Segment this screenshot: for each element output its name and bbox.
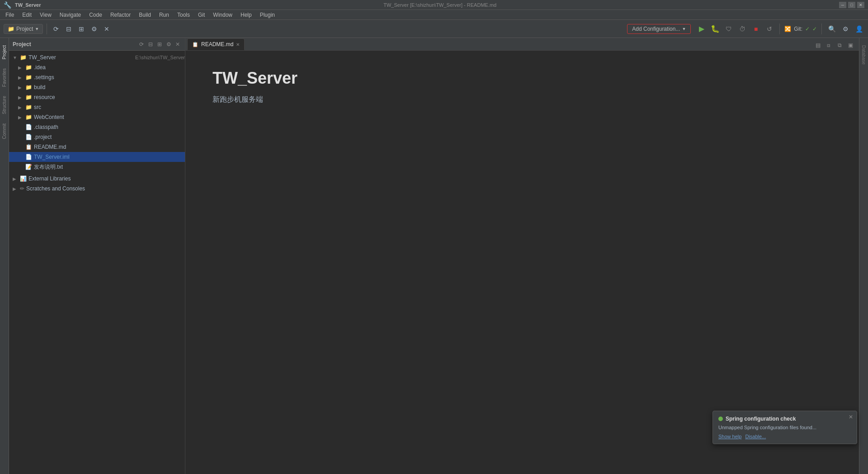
readme-label: README.md bbox=[34, 144, 185, 150]
git-checkmark-2: ✓ bbox=[812, 26, 817, 32]
tab-structure[interactable]: Structure bbox=[1, 92, 8, 118]
project-panel: Project ⟳ ⊟ ⊞ ⚙ ✕ ▼ 📁 TW_Server E:\shizh… bbox=[9, 38, 185, 474]
search-everywhere-button[interactable]: 🔍 bbox=[826, 24, 837, 34]
menu-run[interactable]: Run bbox=[156, 11, 173, 19]
collapse-all-button[interactable]: ⊟ bbox=[63, 24, 74, 34]
ext-lib-label: External Libraries bbox=[28, 175, 185, 182]
build-arrow: ▶ bbox=[18, 85, 24, 90]
profile-button[interactable]: ⏱ bbox=[737, 24, 748, 34]
panel-expand-icon[interactable]: ⊞ bbox=[156, 41, 163, 48]
spring-show-help-link[interactable]: Show help bbox=[718, 434, 741, 439]
readme-file-icon: 📋 bbox=[25, 144, 32, 150]
menu-file[interactable]: File bbox=[2, 11, 18, 19]
menu-navigate[interactable]: Navigate bbox=[56, 11, 85, 19]
src-arrow: ▶ bbox=[18, 105, 24, 110]
view-btn-4[interactable]: ▣ bbox=[845, 40, 855, 50]
tree-item-scratches[interactable]: ▶ ✏ Scratches and Consoles bbox=[9, 184, 185, 194]
panel-close-icon[interactable]: ✕ bbox=[174, 41, 181, 48]
tree-item-external-libraries[interactable]: ▶ 📊 External Libraries bbox=[9, 174, 185, 184]
run-button[interactable]: ▶ bbox=[696, 24, 707, 34]
tab-bar: 📋 README.md ✕ ▤ ⧈ ⧉ ▣ bbox=[185, 38, 859, 51]
spring-status-dot bbox=[718, 417, 723, 421]
spring-notification-title: Spring configuration check bbox=[718, 416, 851, 422]
menu-git[interactable]: Git bbox=[194, 11, 208, 19]
tree-item-settings[interactable]: ▶ 📁 .settings bbox=[9, 72, 185, 82]
panel-sync-icon[interactable]: ⟳ bbox=[138, 41, 145, 48]
right-vertical-tab-bar: Database bbox=[859, 38, 868, 474]
release-file-icon: 📝 bbox=[25, 164, 32, 170]
settings-label: .settings bbox=[34, 74, 185, 81]
panel-settings-icon[interactable]: ⚙ bbox=[165, 41, 172, 48]
settings-arrow: ▶ bbox=[18, 75, 24, 80]
idea-folder-icon: 📁 bbox=[25, 64, 32, 71]
tab-readme[interactable]: 📋 README.md ✕ bbox=[187, 38, 245, 50]
expand-all-button[interactable]: ⊞ bbox=[76, 24, 87, 34]
tree-item-readme[interactable]: ▶ 📋 README.md bbox=[9, 142, 185, 152]
tree-item-src[interactable]: ▶ 📁 src bbox=[9, 102, 185, 112]
toolbar-right-icons: ▶ 🐛 🛡 ⏱ ■ ↺ 🔀 Git: ✓ ✓ 🔍 ⚙ 👤 bbox=[696, 24, 864, 34]
menu-view[interactable]: View bbox=[36, 11, 55, 19]
spring-notif-close-button[interactable]: ✕ bbox=[849, 414, 853, 420]
panel-header-icons: ⟳ ⊟ ⊞ ⚙ ✕ bbox=[138, 41, 181, 48]
rerun-button[interactable]: ↺ bbox=[764, 24, 775, 34]
ext-lib-arrow: ▶ bbox=[13, 176, 18, 181]
webcontent-label: WebContent bbox=[34, 114, 185, 120]
sync-button[interactable]: ⟳ bbox=[51, 24, 61, 34]
close-button[interactable]: ✕ bbox=[857, 2, 864, 8]
view-btn-3[interactable]: ⧉ bbox=[835, 40, 844, 50]
run-with-coverage-button[interactable]: 🛡 bbox=[723, 24, 734, 34]
tab-favorites[interactable]: Favorites bbox=[1, 65, 8, 90]
restore-button[interactable]: □ bbox=[848, 2, 855, 8]
tab-database[interactable]: Database bbox=[860, 42, 867, 68]
tab-commit[interactable]: Commit bbox=[1, 120, 8, 142]
tree-item-iml[interactable]: ▶ 📄 TW_Server.iml bbox=[9, 152, 185, 162]
settings-main-button[interactable]: ⚙ bbox=[840, 24, 851, 34]
tree-item-root[interactable]: ▼ 📁 TW_Server E:\shizhun\TW_Server bbox=[9, 52, 185, 62]
tree-item-release-notes[interactable]: ▶ 📝 发布说明.txt bbox=[9, 162, 185, 172]
git-icon: 🔀 bbox=[784, 26, 791, 32]
project-selector-label: Project bbox=[16, 26, 33, 32]
webcontent-folder-icon: 📁 bbox=[25, 114, 32, 120]
tree-item-webcontent[interactable]: ▶ 📁 WebContent bbox=[9, 112, 185, 122]
settings-button[interactable]: ⚙ bbox=[89, 24, 99, 34]
git-label: Git: bbox=[794, 26, 802, 32]
main-content-area: 📋 README.md ✕ ▤ ⧈ ⧉ ▣ TW_Server 新跑步机服务端 bbox=[185, 38, 859, 474]
iml-file-icon: 📄 bbox=[25, 154, 32, 160]
debug-button[interactable]: 🐛 bbox=[710, 24, 721, 34]
build-label: build bbox=[34, 84, 185, 90]
scratches-label: Scratches and Consoles bbox=[26, 185, 185, 192]
tree-item-classpath[interactable]: ▶ 📄 .classpath bbox=[9, 122, 185, 132]
add-configuration-button[interactable]: Add Configuration... ▼ bbox=[627, 24, 691, 34]
menu-help[interactable]: Help bbox=[237, 11, 255, 19]
tree-item-idea[interactable]: ▶ 📁 .idea bbox=[9, 62, 185, 72]
chevron-down-icon: ▼ bbox=[35, 27, 39, 31]
stop-button[interactable]: ■ bbox=[750, 24, 761, 34]
view-btn-2[interactable]: ⧈ bbox=[824, 40, 834, 50]
menu-plugin[interactable]: Plugin bbox=[256, 11, 278, 19]
spring-notification-links: Show help Disable... bbox=[718, 434, 851, 439]
menu-tools[interactable]: Tools bbox=[174, 11, 193, 19]
menu-build[interactable]: Build bbox=[135, 11, 155, 19]
tab-readme-label: README.md bbox=[201, 41, 233, 47]
menu-refactor[interactable]: Refactor bbox=[107, 11, 134, 19]
iml-label: TW_Server.iml bbox=[34, 154, 185, 160]
panel-collapse-icon[interactable]: ⊟ bbox=[147, 41, 154, 48]
menu-bar: File Edit View Navigate Code Refactor Bu… bbox=[0, 10, 868, 20]
menu-window[interactable]: Window bbox=[209, 11, 236, 19]
user-button[interactable]: 👤 bbox=[854, 24, 864, 34]
minimize-button[interactable]: ─ bbox=[839, 2, 846, 8]
editor-title: TW_Server bbox=[212, 69, 832, 88]
tab-readme-close[interactable]: ✕ bbox=[236, 42, 240, 47]
tree-item-build[interactable]: ▶ 📁 build bbox=[9, 82, 185, 92]
menu-edit[interactable]: Edit bbox=[19, 11, 35, 19]
scratches-icon: ✏ bbox=[20, 185, 24, 192]
close-panel-button[interactable]: ✕ bbox=[101, 24, 112, 34]
editor-subtitle: 新跑步机服务端 bbox=[212, 95, 832, 104]
view-btn-1[interactable]: ▤ bbox=[813, 40, 823, 50]
menu-code[interactable]: Code bbox=[85, 11, 106, 19]
tab-project[interactable]: Project bbox=[1, 42, 8, 63]
spring-disable-link[interactable]: Disable... bbox=[745, 434, 766, 439]
tree-item-resource[interactable]: ▶ 📁 resource bbox=[9, 92, 185, 102]
project-selector[interactable]: 📁 Project ▼ bbox=[4, 24, 43, 34]
tree-item-project-file[interactable]: ▶ 📄 .project bbox=[9, 132, 185, 142]
